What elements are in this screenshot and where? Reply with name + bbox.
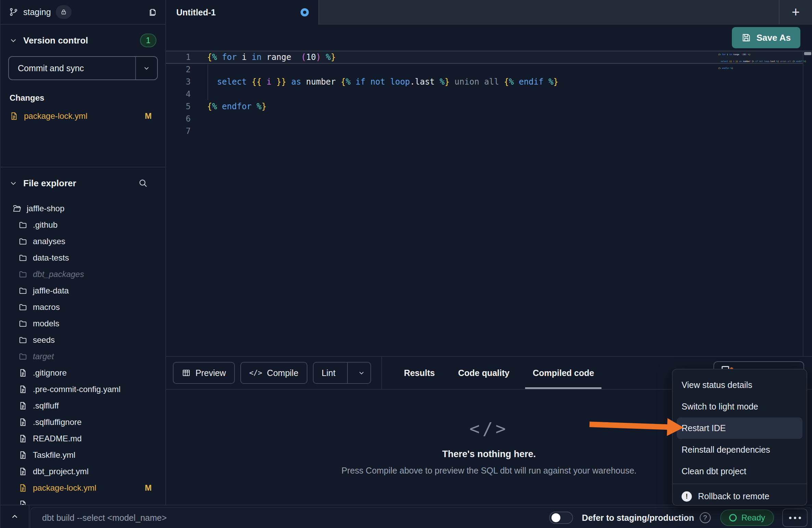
tree-item-gitignore[interactable]: .gitignore [1, 365, 165, 381]
defer-toggle[interactable] [549, 512, 573, 524]
changed-file-name: package-lock.yml [24, 111, 87, 121]
code-line[interactable]: 5{% endfor %} [166, 101, 803, 113]
menu-item-label: Reinstall dependencies [682, 445, 770, 455]
panel-tab-code-quality[interactable]: Code quality [446, 357, 521, 389]
tree-item-seeds[interactable]: seeds [1, 332, 165, 348]
folder-icon [18, 237, 27, 246]
code-line[interactable]: 2 [166, 64, 803, 76]
tree-item-label: seeds [33, 335, 55, 345]
changed-file-package-lock-yml[interactable]: package-lock.ymlM [1, 108, 165, 124]
menu-item-label: Restart IDE [682, 423, 726, 433]
code-line[interactable]: 3 select {{ i }} as number {% if not loo… [166, 76, 803, 88]
code-line[interactable]: 4 [166, 88, 803, 101]
file-icon [18, 483, 27, 492]
table-icon [182, 368, 191, 377]
tree-item-label: macros [33, 302, 60, 312]
tab-untitled-1[interactable]: Untitled-1 [166, 0, 319, 25]
editor-scrollbar[interactable] [803, 51, 812, 356]
status-badge[interactable]: Ready [720, 510, 774, 526]
menu-item-clean-dbt-project[interactable]: Clean dbt project [673, 461, 807, 482]
save-as-button[interactable]: Save As [732, 27, 800, 48]
tree-item-jaffle-data[interactable]: jaffle-data [1, 282, 165, 299]
compile-button[interactable]: </> Compile [240, 362, 307, 384]
unsaved-changes-dot-icon [301, 8, 309, 16]
commit-and-sync-button[interactable]: Commit and sync [8, 56, 158, 80]
compile-label: Compile [267, 368, 299, 378]
tree-item-readme-md[interactable]: README.md [1, 430, 165, 447]
tree-item-label: .github [33, 220, 58, 230]
new-tab-button[interactable]: + [779, 0, 812, 25]
empty-state-title: There's nothing here. [442, 449, 536, 460]
line-number: 1 [166, 51, 191, 63]
command-placeholder: dbt build --select <model_name> [42, 513, 167, 523]
tree-item-label: jaffle-shop [27, 204, 64, 213]
tree-item-label: models [33, 319, 59, 328]
tree-item-macros[interactable]: macros [1, 299, 165, 315]
file-icon [18, 500, 27, 505]
line-number: 2 [166, 64, 191, 76]
branch-name[interactable]: staging [23, 7, 51, 17]
panel-tab-compiled-code[interactable]: Compiled code [521, 357, 606, 389]
lint-label: Lint [314, 368, 342, 378]
code-line[interactable]: 6 [166, 113, 803, 125]
tree-item-label: .pre-commit-config.yaml [33, 385, 120, 394]
tree-item-label: data-tests [33, 253, 69, 263]
chevron-down-icon[interactable] [353, 369, 370, 377]
tree-item-dbt-project-yml[interactable]: dbt_project.yml [1, 463, 165, 480]
save-as-label: Save As [757, 33, 791, 43]
commit-options-caret[interactable] [135, 57, 157, 79]
copy-icon[interactable] [148, 7, 158, 17]
tree-item-taskfile-yml[interactable]: Taskfile.yml [1, 447, 165, 463]
version-control-header[interactable]: Version control 1 [1, 32, 165, 49]
expand-command-bar-button[interactable] [1, 505, 29, 528]
menu-item-view-status-details[interactable]: View status details [673, 374, 807, 396]
command-input[interactable]: dbt build --select <model_name> Defer to… [30, 507, 812, 528]
tree-item-analyses[interactable]: analyses [1, 233, 165, 250]
panel-tab-results[interactable]: Results [392, 357, 446, 389]
menu-item-rollback-to-remote[interactable]: !Rollback to remote [673, 486, 807, 507]
indent-guide [207, 64, 208, 100]
tab-strip-empty [319, 0, 779, 25]
tree-item-item[interactable] [1, 496, 165, 505]
tree-item-pre-commit-config-yaml[interactable]: .pre-commit-config.yaml [1, 381, 165, 398]
tree-item-package-lock-yml[interactable]: package-lock.ymlM [1, 480, 165, 496]
button-divider [347, 363, 348, 383]
bottom-bar-controls: Defer to staging/production ? Ready [549, 508, 808, 527]
code-text [191, 113, 207, 125]
menu-item-restart-ide[interactable]: Restart IDE [677, 417, 802, 439]
file-explorer-header[interactable]: File explorer [1, 175, 165, 191]
tree-item-sqlfluffignore[interactable]: .sqlfluffignore [1, 414, 165, 430]
more-options-button[interactable] [782, 508, 808, 527]
file-icon [18, 434, 27, 443]
code-text [191, 88, 207, 101]
tree-item-label: target [33, 352, 54, 361]
code-line[interactable]: 7 [166, 125, 803, 138]
menu-item-reinstall-dependencies[interactable]: Reinstall dependencies [673, 439, 807, 461]
git-branch-header: staging [1, 0, 165, 25]
tree-item-data-tests[interactable]: data-tests [1, 250, 165, 266]
line-number: 7 [166, 125, 191, 138]
folder-icon [18, 336, 27, 344]
tree-item-sqlfluff[interactable]: .sqlfluff [1, 398, 165, 414]
tree-item-dbt-packages[interactable]: dbt_packages [1, 266, 165, 282]
tree-item-models[interactable]: models [1, 315, 165, 332]
bottom-bar: dbt build --select <model_name> Defer to… [1, 505, 812, 528]
menu-item-label: Clean dbt project [682, 466, 746, 476]
line-number: 5 [166, 101, 191, 113]
scrollbar-thumb[interactable] [804, 52, 811, 55]
menu-item-label: Switch to light mode [682, 402, 758, 412]
code-editor[interactable]: 1{% for i in range (10) %}23 select {{ i… [166, 51, 812, 356]
tree-item-target[interactable]: target [1, 348, 165, 365]
tree-item-github[interactable]: .github [1, 217, 165, 233]
lint-button[interactable]: Lint [313, 362, 371, 384]
code-line[interactable]: 1{% for i in range (10) %} [166, 51, 803, 64]
branch-readonly-badge [56, 5, 72, 19]
chevron-down-icon [10, 37, 17, 44]
menu-item-switch-to-light-mode[interactable]: Switch to light mode [673, 396, 807, 417]
toggle-knob [551, 513, 560, 522]
help-icon[interactable]: ? [700, 512, 711, 523]
search-icon[interactable] [138, 178, 148, 188]
tree-item-jaffle-shop[interactable]: jaffle-shop [1, 200, 165, 217]
preview-button[interactable]: Preview [173, 362, 235, 384]
file-icon [18, 401, 27, 410]
